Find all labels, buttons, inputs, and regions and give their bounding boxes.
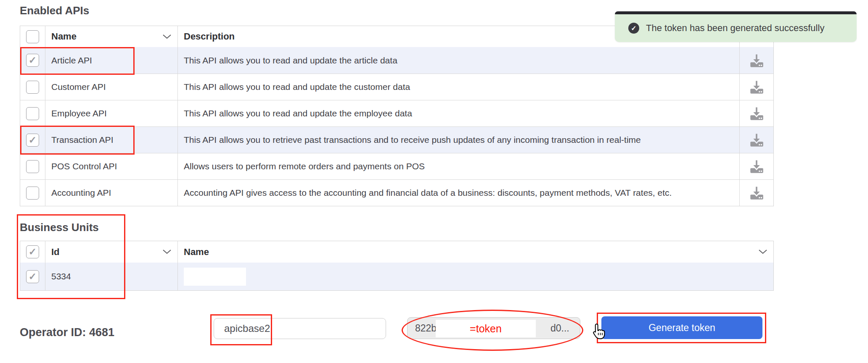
api-table-row: ✓ Article API This API allows you to rea… — [20, 47, 773, 74]
api-description: This API allows you to retrieve past tra… — [184, 135, 641, 145]
api-description: This API allows you to read and update t… — [184, 55, 397, 66]
api-name: Article API — [51, 55, 92, 66]
api-name: Employee API — [51, 108, 107, 118]
bu-table-row: ✓ 5334 — [20, 263, 773, 290]
api-row-checkbox[interactable]: ✓ — [26, 187, 39, 200]
token-redaction-box: =token — [436, 320, 536, 337]
checkmark-icon: ✓ — [29, 247, 37, 257]
api-description: This API allows you to read and update t… — [184, 108, 412, 118]
api-table-row: ✓ POS Control API Allows users to perfor… — [20, 153, 773, 179]
token-annotation-label: =token — [470, 323, 502, 335]
api-name: Accounting API — [51, 188, 111, 198]
success-toast: ✓ The token has been generated successfu… — [615, 11, 857, 42]
api-table-row: ✓ Accounting API Accounting API gives ac… — [20, 179, 773, 206]
api-row-checkbox[interactable]: ✓ — [26, 54, 39, 67]
checkmark-icon: ✓ — [29, 55, 37, 65]
api-table-row: ✓ Customer API This API allows you to re… — [20, 74, 773, 100]
download-icon[interactable] — [748, 52, 765, 69]
token-value-field[interactable]: 822b =token d0... — [407, 317, 580, 339]
download-icon[interactable] — [748, 78, 765, 96]
api-description: Accounting API gives access to the accou… — [184, 188, 672, 198]
name-column-header: Name — [51, 31, 77, 42]
download-icon[interactable] — [748, 184, 765, 202]
token-prefix-text: 822b — [415, 323, 437, 334]
api-row-checkbox[interactable]: ✓ — [26, 107, 39, 120]
api-name: POS Control API — [51, 161, 117, 171]
operator-id-label: Operator ID: 4681 — [20, 326, 114, 339]
api-row-checkbox[interactable]: ✓ — [26, 81, 39, 94]
token-name-input[interactable] — [214, 318, 386, 339]
bu-name-column-header: Name — [184, 247, 209, 258]
api-name: Customer API — [51, 82, 106, 92]
api-name: Transaction API — [51, 135, 113, 145]
chevron-down-icon[interactable] — [162, 34, 172, 39]
business-units-header-row: ✓ Id Name — [20, 241, 773, 263]
download-icon[interactable] — [748, 105, 765, 122]
chevron-down-icon[interactable] — [162, 249, 172, 255]
business-units-title: Business Units — [20, 221, 99, 234]
chevron-down-icon[interactable] — [758, 249, 767, 255]
business-units-table: ✓ Id Name ✓ 5334 — [20, 241, 774, 291]
description-column-header: Description — [184, 31, 235, 42]
generate-token-button[interactable]: Generate token — [601, 316, 762, 339]
enabled-apis-table: ✓ Name Description ✓ Article API This AP… — [20, 26, 774, 206]
check-circle-icon: ✓ — [628, 23, 639, 34]
api-row-checkbox[interactable]: ✓ — [26, 134, 39, 147]
api-table-row: ✓ Employee API This API allows you to re… — [20, 100, 773, 126]
download-icon[interactable] — [748, 158, 765, 175]
id-column-header: Id — [51, 247, 60, 258]
redacted-bu-name — [184, 268, 246, 286]
token-suffix-text: d0... — [550, 323, 569, 334]
api-table-row: ✓ Transaction API This API allows you to… — [20, 126, 773, 153]
checkmark-icon: ✓ — [29, 135, 37, 145]
bu-id: 5334 — [51, 271, 71, 281]
checkmark-icon: ✓ — [29, 272, 37, 281]
api-description: This API allows you to read and update t… — [184, 82, 410, 92]
enabled-apis-title: Enabled APIs — [20, 4, 89, 17]
api-description: Allows users to perform remote orders an… — [184, 161, 425, 171]
bu-select-all-checkbox[interactable]: ✓ — [26, 245, 39, 258]
toast-top-bar — [615, 11, 857, 14]
api-row-checkbox[interactable]: ✓ — [26, 160, 39, 173]
download-icon[interactable] — [748, 131, 765, 149]
select-all-checkbox[interactable]: ✓ — [26, 30, 39, 43]
toast-message: The token has been generated successfull… — [646, 23, 824, 34]
bu-row-checkbox[interactable]: ✓ — [26, 270, 39, 283]
